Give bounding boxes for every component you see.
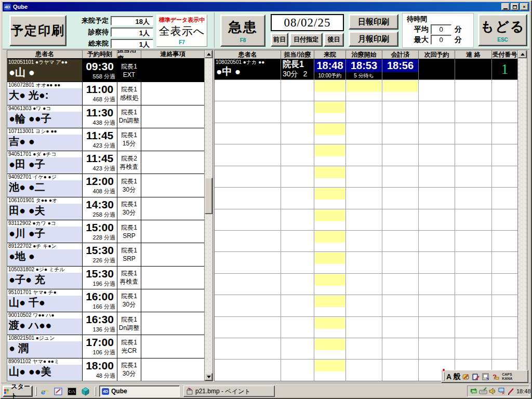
pending-row[interactable] (215, 123, 517, 144)
appointment-row[interactable]: 95101701 ヤマ● チ●山● 千●16:00166 分過院長130分 (7, 289, 204, 312)
appointment-row[interactable]: 93112902 ●カワ ●コ●川 ●子15:00228 分過院長1SRP (7, 220, 204, 243)
appointment-time: 16:00 (83, 290, 117, 303)
next-day-button[interactable]: 後日 (324, 33, 344, 47)
status-scrollbar[interactable] (517, 50, 527, 381)
pending-row[interactable] (215, 188, 517, 209)
ime-caps-kana-indicator[interactable]: CAPS KANA (502, 373, 512, 381)
scrollbar-thumb[interactable] (205, 178, 212, 214)
contact-note-cell (141, 105, 204, 128)
patient-id-kana: 106101901 タ●● ●オ (7, 197, 82, 204)
pending-arrival-cell (314, 123, 346, 144)
patient-id-kana: 93112902 ●カワ ●コ (7, 220, 82, 227)
appointment-row[interactable]: 107113001 ヨシ● ●●吉● ●11:45423 分過院長115分 (7, 128, 204, 151)
appointment-time-cell: 12:00408 分過 (83, 174, 117, 196)
appointment-row[interactable]: 89091102 ヤマ● ●●ミ山● ●●美18:0048 分過院長130分 (7, 358, 204, 381)
close-button[interactable]: × (520, 3, 528, 10)
pending-arrival-cell (314, 338, 346, 359)
show-all-button[interactable]: 標準データ表示中 全表示へ F7 (156, 15, 207, 47)
cube-app-icon[interactable] (80, 386, 90, 396)
pending-row[interactable] (215, 80, 517, 101)
task-button-paint[interactable]: p21.bmp - ペイント (183, 385, 275, 397)
pending-staff-cell (281, 295, 314, 316)
tray-clock[interactable]: 18:48 (516, 388, 531, 394)
pending-next-appt-cell (419, 101, 455, 122)
print-schedule-button[interactable]: 予定印刷 (9, 15, 66, 46)
ime-help-icon[interactable]: ? (491, 373, 500, 381)
ime-grip-handle[interactable] (443, 372, 445, 381)
scroll-up-icon[interactable] (518, 50, 527, 58)
appointment-row[interactable]: 105031802 ●ジ● ミチル●子● 充15:30196 分過院長1再検査 (7, 267, 204, 289)
scrollbar-track[interactable] (518, 58, 527, 373)
date-display[interactable]: 08/02/25 (271, 14, 344, 31)
staff-treatment-cell: 院長1感根処 (117, 82, 141, 104)
appointment-time: 11:30 (83, 106, 117, 119)
appointment-row[interactable]: 108021501 ●ジュン● 潤17:00106 分過院長1光CR (7, 335, 204, 358)
minimize-button[interactable] (501, 3, 510, 10)
daily-report-button[interactable]: 日報印刷 (349, 14, 398, 30)
pending-row[interactable] (215, 144, 517, 166)
task-button-qube[interactable]: 4D Qube (99, 385, 180, 397)
taskbar-grip[interactable] (95, 387, 96, 396)
handwriting-pad-icon[interactable] (53, 386, 63, 396)
appointment-row[interactable]: 94051701 ●ダ ●チコ●田 ●子11:45423 分過院長2再検査 (7, 151, 204, 174)
internet-explorer-icon[interactable]: e (39, 386, 50, 396)
keyboard-icon[interactable] (479, 387, 487, 395)
speaker-icon[interactable] (488, 387, 497, 395)
patient-name-cell: 93112902 ●カワ ●コ●川 ●子 (7, 220, 83, 243)
maximize-button[interactable] (511, 3, 519, 10)
network-error-icon[interactable]: ✕ (498, 387, 506, 395)
appointment-row[interactable]: 106101901 タ●● ●オ田● ●夫14:30258 分過院長130分 (7, 197, 204, 220)
back-button[interactable]: もどる ESC (478, 14, 527, 46)
staff-treatment-cell: 院長2再検査 (117, 151, 141, 174)
monthly-report-button[interactable]: 月報印刷 (349, 31, 398, 47)
scrollbar-track[interactable] (205, 58, 212, 373)
ime-conversion-mode-button[interactable]: 般 (453, 372, 460, 381)
pending-row[interactable] (215, 209, 517, 231)
pending-row[interactable] (215, 317, 517, 338)
scroll-down-icon[interactable] (205, 373, 212, 381)
pending-row[interactable] (215, 231, 517, 252)
ime-bar[interactable]: A 般 ? CAPS KANA (441, 370, 528, 383)
appointment-row[interactable]: 90010502 ワ●● ハ●渡● ハ●●16:30136 分過院長1Dn調整 (7, 312, 204, 335)
appointment-row[interactable]: 106072801 オオ●● ●●大● 光●:11:00468 分過院長1感根処 (7, 82, 204, 105)
pick-date-button[interactable]: 日付指定 (289, 33, 323, 47)
pending-next-appt-cell (419, 188, 455, 208)
appointment-row[interactable]: 102051101 ●ラヤマ ア●●●山 ●09:30558 分過院長1EXT (7, 59, 204, 82)
pending-row[interactable] (215, 338, 517, 360)
pending-paid-cell (382, 101, 419, 122)
status-table-body: 108020501 ●ナカ ●● ●中 ● 院長1 30分2 18:48 10:… (215, 59, 517, 381)
ime-pad-icon[interactable] (482, 373, 490, 381)
ime-tools-icon[interactable] (462, 373, 470, 381)
pen-icon[interactable] (507, 387, 515, 395)
task-scheduler-icon[interactable] (470, 387, 478, 395)
staff-name: 院長1 (121, 200, 137, 208)
appointment-row[interactable]: 89122702 ●チ キ●ン●地 ●15:30226 分過院長1SRP (7, 243, 204, 266)
pending-contact-cell (455, 144, 492, 165)
ime-dictionary-icon[interactable] (472, 373, 480, 381)
pending-contact-cell (455, 295, 492, 316)
pending-row[interactable] (215, 101, 517, 123)
appointment-time-cell: 09:30558 分過 (83, 59, 117, 82)
pending-slot-highlight (315, 102, 345, 113)
scroll-up-icon[interactable] (205, 50, 212, 58)
pending-arrival-cell (314, 360, 346, 380)
pending-row[interactable] (215, 166, 517, 188)
emergency-button[interactable]: 急患 F8 (220, 15, 265, 47)
prev-day-button[interactable]: 前日 (271, 33, 288, 47)
arrived-patient-row[interactable]: 108020501 ●ナカ ●● ●中 ● 院長1 30分2 18:48 10:… (215, 59, 517, 80)
appointment-scrollbar[interactable] (204, 50, 212, 381)
treatment-name: 30分 (123, 369, 136, 378)
command-prompt-icon[interactable]: C:\ (66, 386, 77, 396)
appointment-row[interactable]: 94061303 ●ワ ●コ●輪 ●●子11:30438 分過院長1Dn調整 (7, 105, 204, 128)
start-button[interactable]: スタート (3, 385, 33, 397)
pending-row[interactable] (215, 274, 517, 295)
appointment-row[interactable]: 94092701 イケ● ●ジ池● ●二12:00408 分過院長130分 (7, 174, 204, 197)
pending-arrival-cell (314, 231, 346, 251)
pending-row[interactable] (215, 252, 517, 273)
header-paid: 会計済 (382, 50, 419, 59)
taskbar-grip[interactable] (35, 387, 37, 396)
ime-input-mode-button[interactable]: A (446, 373, 451, 381)
appointment-table-body: 102051101 ●ラヤマ ア●●●山 ●09:30558 分過院長1EXT1… (7, 59, 204, 381)
pending-row[interactable] (215, 295, 517, 316)
staff-name: 院長2 (121, 154, 137, 163)
